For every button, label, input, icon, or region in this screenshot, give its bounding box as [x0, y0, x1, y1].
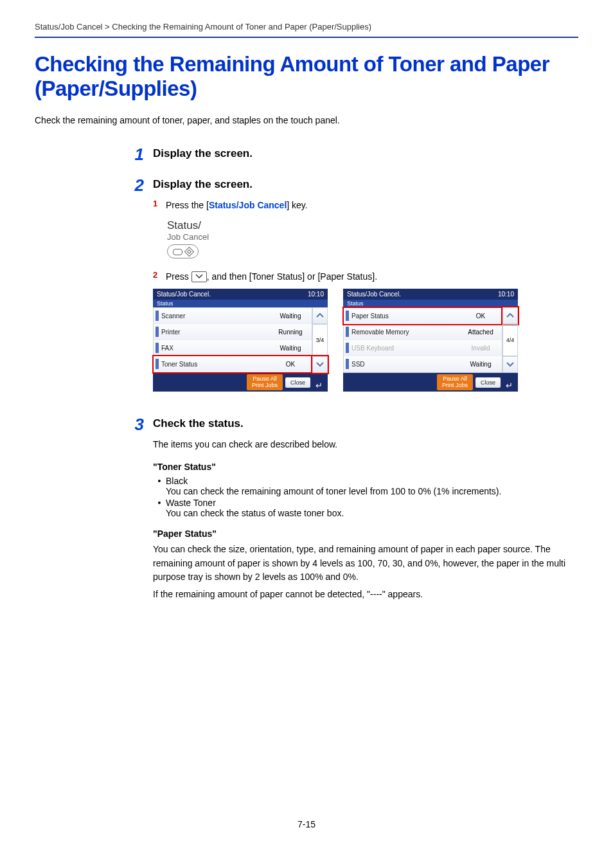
page-number: 7-15: [0, 819, 613, 829]
bullet: •Waste TonerYou can check the status of …: [153, 498, 578, 518]
page-indicator: 4/4: [502, 324, 518, 356]
substep-1: 1 Press the [Status/Job Cancel] key.: [153, 199, 578, 213]
bullet-desc: You can check the status of waste toner …: [166, 508, 344, 518]
panel-titlebar: Status/Job Cancel.10:10: [153, 289, 328, 300]
key-label-line2: Job Cancel: [167, 232, 578, 242]
step-number: 1: [135, 146, 144, 163]
step-heading: Display the screen.: [153, 147, 578, 160]
key-label-line1: Status/: [167, 219, 201, 231]
panel-list: Paper StatusOKRemovable MemoryAttachedUS…: [343, 307, 502, 373]
panel-item-name: USB Keyboard: [351, 345, 461, 352]
status-job-cancel-link[interactable]: Status/Job Cancel: [209, 200, 287, 210]
panel-item-name: Toner Status: [161, 361, 271, 368]
panel-item-name: SSD: [351, 361, 461, 368]
pause-all-button[interactable]: Pause All Print Jobs: [437, 374, 473, 390]
panel-item[interactable]: ScannerWaiting: [154, 308, 312, 324]
hardware-key-illustration: Status/ Job Cancel: [167, 219, 578, 258]
divider: [35, 37, 578, 38]
text: If the remaining amount of paper cannot …: [153, 588, 578, 601]
pause-all-button[interactable]: Pause All Print Jobs: [247, 374, 283, 390]
enter-icon: ↵: [313, 381, 325, 390]
close-button[interactable]: Close: [285, 377, 310, 388]
panel-item-status: Attached: [461, 329, 500, 336]
panel-item-name: Removable Memory: [351, 329, 461, 336]
text: The items you can check are described be…: [153, 438, 578, 451]
intro-text: Check the remaining amount of toner, pap…: [35, 115, 578, 125]
bullet-title: Black: [166, 476, 188, 486]
panel-item[interactable]: Toner StatusOK: [154, 356, 312, 372]
scroll-up-button[interactable]: [312, 307, 328, 324]
substep-text: Press , and then [Toner Status] or [Pape…: [166, 270, 578, 284]
touch-panel-toner: Status/Job Cancel.10:10StatusScannerWait…: [153, 289, 328, 392]
scroll-up-button[interactable]: [502, 307, 518, 324]
panel-item-status: Waiting: [461, 361, 500, 368]
text: , and then [Toner Status] or [Paper Stat…: [207, 271, 377, 282]
panel-time: 10:10: [498, 291, 514, 298]
page-indicator: 3/4: [312, 324, 328, 356]
scroll-down-button[interactable]: [312, 356, 328, 373]
step-3: 3 Check the status. The items you can ch…: [35, 416, 578, 605]
panel-item[interactable]: PrinterRunning: [154, 324, 312, 340]
paper-status-heading: "Paper Status": [153, 529, 578, 539]
panel-title: Status/Job Cancel.: [347, 291, 401, 298]
text: Press: [166, 271, 191, 282]
page-title: Checking the Remaining Amount of Toner a…: [35, 52, 578, 101]
panel-footer: Pause All Print JobsClose↵: [153, 373, 328, 392]
step-heading: Check the status.: [153, 417, 578, 430]
breadcrumb: Status/Job Cancel > Checking the Remaini…: [35, 22, 578, 32]
panel-scroll: 3/4: [312, 307, 328, 373]
panel-item-name: FAX: [161, 345, 271, 352]
text: ] key.: [287, 200, 307, 210]
substep-number: 1: [153, 199, 166, 213]
panel-time: 10:10: [308, 291, 324, 298]
text: Press the [: [166, 200, 209, 210]
panel-subtitle: Status: [343, 300, 518, 307]
substep-number: 2: [153, 270, 166, 284]
panel-item-name: Scanner: [161, 312, 271, 320]
toner-status-heading: "Toner Status": [153, 462, 578, 472]
step-number: 3: [135, 416, 144, 433]
panel-list: ScannerWaitingPrinterRunningFAXWaitingTo…: [153, 307, 312, 373]
panel-item-name: Printer: [161, 329, 271, 336]
panel-footer: Pause All Print JobsClose↵: [343, 373, 518, 392]
text: You can check the size, orientation, typ…: [153, 543, 578, 584]
bullet: •BlackYou can check the remaining amount…: [153, 476, 578, 496]
panel-subtitle: Status: [153, 300, 328, 307]
chevron-down-icon: [191, 271, 207, 282]
panel-item-status: Invalid: [461, 345, 500, 352]
bullet-desc: You can check the remaining amount of to…: [166, 486, 501, 496]
panel-item-status: OK: [271, 361, 310, 368]
panel-item[interactable]: Removable MemoryAttached: [344, 324, 502, 340]
panel-item[interactable]: FAXWaiting: [154, 340, 312, 356]
substep-2: 2 Press , and then [Toner Status] or [Pa…: [153, 270, 578, 284]
enter-icon: ↵: [503, 381, 515, 390]
panel-item[interactable]: Paper StatusOK: [344, 308, 502, 324]
step-number: 2: [135, 177, 144, 194]
substep-text: Press the [Status/Job Cancel] key.: [166, 199, 578, 213]
panel-item-status: Waiting: [271, 345, 310, 352]
panel-item-status: OK: [461, 312, 500, 320]
panel-scroll: 4/4: [502, 307, 518, 373]
panel-item-status: Waiting: [271, 312, 310, 320]
panel-item-status: Running: [271, 329, 310, 336]
hardware-key-icon: [167, 244, 199, 258]
panel-titlebar: Status/Job Cancel.10:10: [343, 289, 518, 300]
panel-title: Status/Job Cancel.: [157, 291, 211, 298]
touch-panel-paper: Status/Job Cancel.10:10StatusPaper Statu…: [343, 289, 518, 392]
step-1: 1 Display the screen.: [35, 146, 578, 168]
panel-item[interactable]: USB KeyboardInvalid: [344, 340, 502, 356]
panel-item[interactable]: SSDWaiting: [344, 356, 502, 372]
step-2: 2 Display the screen. 1 Press the [Statu…: [35, 177, 578, 407]
panel-item-name: Paper Status: [351, 312, 461, 320]
close-button[interactable]: Close: [475, 377, 501, 388]
bullet-title: Waste Toner: [166, 498, 216, 508]
scroll-down-button[interactable]: [502, 356, 518, 373]
step-heading: Display the screen.: [153, 178, 578, 191]
